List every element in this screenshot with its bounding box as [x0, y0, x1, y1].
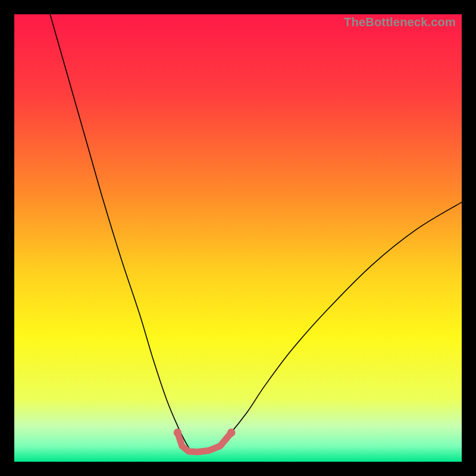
- plot-area: TheBottleneck.com: [14, 14, 462, 462]
- watermark-text: TheBottleneck.com: [344, 15, 456, 29]
- bottleneck-curve: [50, 14, 462, 453]
- chart-frame: TheBottleneck.com: [0, 0, 476, 476]
- trough-end-left: [174, 428, 182, 437]
- trough-end-right: [227, 428, 236, 437]
- curve-layer: [14, 14, 462, 462]
